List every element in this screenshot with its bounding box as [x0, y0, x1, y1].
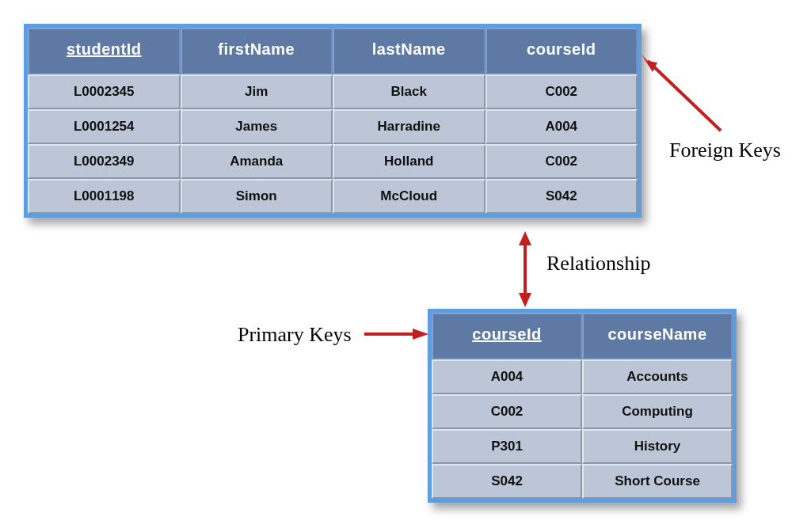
students-cell: L0001254: [28, 109, 181, 144]
courses-table: courseIdcourseNameA004AccountsC002Comput…: [428, 309, 737, 503]
courses-row: S042Short Course: [432, 464, 733, 499]
students-cell: L0002345: [28, 74, 181, 109]
students-header-courseId: courseId: [485, 28, 638, 74]
students-cell: McCloud: [333, 179, 485, 214]
students-cell: C002: [485, 74, 638, 109]
students-row: L0001198SimonMcCloudS042: [28, 179, 638, 214]
students-cell: Holland: [333, 144, 485, 179]
courses-header-courseName: courseName: [582, 313, 733, 359]
students-row: L0002349AmandaHollandC002: [28, 144, 638, 179]
students-header-studentId: studentId: [28, 28, 181, 74]
students-cell: James: [181, 109, 333, 144]
courses-cell: C002: [432, 394, 582, 429]
courses-cell: Short Course: [582, 464, 733, 499]
svg-marker-6: [413, 329, 428, 340]
courses-row: A004Accounts: [432, 359, 733, 394]
primary-keys-arrow: [360, 325, 432, 348]
students-row: L0001254JamesHarradineA004: [28, 109, 638, 144]
students-cell: A004: [485, 109, 638, 144]
students-cell: Black: [333, 74, 485, 109]
students-header-lastName: lastName: [333, 28, 485, 74]
students-cell: L0001198: [28, 179, 181, 214]
students-header-row: studentIdfirstNamelastNamecourseId: [28, 28, 638, 74]
students-cell: Amanda: [181, 144, 333, 179]
relationship-arrow: [513, 230, 537, 309]
courses-cell: History: [582, 429, 733, 464]
svg-line-0: [648, 61, 721, 131]
students-cell: Simon: [181, 179, 333, 214]
courses-cell: P301: [432, 429, 582, 464]
courses-header-row: courseIdcourseName: [432, 313, 733, 359]
foreign-keys-arrow: [634, 51, 729, 139]
relationship-label: Relationship: [546, 252, 650, 276]
svg-marker-4: [519, 293, 531, 307]
courses-cell: Computing: [582, 394, 733, 429]
courses-row: C002Computing: [432, 394, 733, 429]
courses-cell: S042: [432, 464, 582, 499]
courses-row: P301History: [432, 429, 733, 464]
primary-keys-label: Primary Keys: [238, 323, 352, 347]
students-cell: C002: [485, 144, 638, 179]
students-cell: S042: [485, 179, 638, 214]
students-cell: Harradine: [333, 109, 485, 144]
foreign-keys-label: Foreign Keys: [669, 139, 781, 162]
courses-header-courseId: courseId: [432, 313, 582, 359]
students-cell: Jim: [181, 74, 333, 109]
students-cell: L0002349: [28, 144, 181, 179]
svg-marker-3: [519, 231, 531, 245]
students-table: studentIdfirstNamelastNamecourseIdL00023…: [24, 24, 642, 218]
students-row: L0002345JimBlackC002: [28, 74, 638, 109]
courses-cell: Accounts: [582, 359, 733, 394]
courses-cell: A004: [432, 359, 582, 394]
students-header-firstName: firstName: [181, 28, 333, 74]
